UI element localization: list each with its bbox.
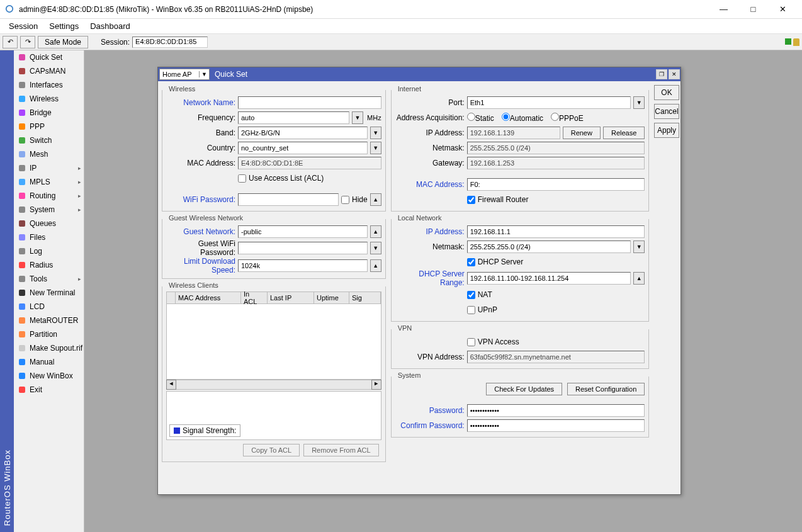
col-sig[interactable]: Sig <box>349 292 381 303</box>
upnp-checkbox[interactable]: UPnP <box>467 305 497 314</box>
sidebar-item-ip[interactable]: IP▸ <box>14 161 84 175</box>
sidebar-item-switch[interactable]: Switch <box>14 133 84 147</box>
menu-session[interactable]: Session <box>9 21 38 31</box>
country-input[interactable] <box>238 142 368 154</box>
sidebar-item-interfaces[interactable]: Interfaces <box>14 78 84 92</box>
restore-icon[interactable]: ❐ <box>656 69 667 79</box>
scroll-left-icon[interactable]: ◄ <box>166 380 176 390</box>
col-acl[interactable]: In ACL <box>241 292 268 303</box>
sidebar-item-system[interactable]: System▸ <box>14 203 84 217</box>
sidebar-item-label: Wireless <box>30 94 59 103</box>
dhcp-checkbox[interactable]: DHCP Server <box>467 258 523 266</box>
sidebar-item-quick-set[interactable]: Quick Set <box>14 50 84 64</box>
sidebar-item-ppp[interactable]: PPP <box>14 120 84 133</box>
sidebar-item-tools[interactable]: Tools▸ <box>14 272 84 286</box>
sidebar-item-make-supout-rif[interactable]: Make Supout.rif <box>14 341 84 355</box>
dhcp-range-input[interactable] <box>467 272 631 285</box>
col-mac[interactable]: MAC Address <box>176 292 241 303</box>
clients-table-body[interactable] <box>166 304 381 380</box>
chevron-down-icon[interactable]: ▼ <box>199 71 209 77</box>
menu-dashboard[interactable]: Dashboard <box>90 21 130 31</box>
col-uptime[interactable]: Uptime <box>314 292 349 303</box>
sidebar-item-radius[interactable]: Radius <box>14 258 84 272</box>
chevron-down-icon[interactable]: ▼ <box>370 127 381 139</box>
copy-to-acl-button[interactable]: Copy To ACL <box>243 444 300 456</box>
svg-rect-7 <box>19 137 25 144</box>
mode-dropdown[interactable]: Home AP ▼ <box>159 69 210 80</box>
sidebar-item-label: Partition <box>30 330 57 339</box>
sidebar-item-log[interactable]: Log <box>14 244 84 258</box>
safe-mode-button[interactable]: Safe Mode <box>38 36 88 48</box>
sidebar-item-routing[interactable]: Routing▸ <box>14 189 84 203</box>
submenu-arrow-icon: ▸ <box>78 207 81 213</box>
chevron-down-icon[interactable]: ▼ <box>633 96 645 109</box>
wifi-password-input[interactable] <box>238 193 339 206</box>
ok-button[interactable]: OK <box>654 85 679 100</box>
pppoe-radio[interactable]: PPPoE <box>551 113 584 123</box>
vpn-access-checkbox[interactable]: VPN Access <box>467 337 519 346</box>
sidebar-item-wireless[interactable]: Wireless <box>14 92 84 106</box>
maximize-button[interactable]: □ <box>739 1 767 18</box>
band-input[interactable] <box>238 127 368 139</box>
check-updates-button[interactable]: Check For Updates <box>486 383 562 395</box>
guest-password-input[interactable] <box>238 242 368 254</box>
chevron-up-icon[interactable]: ▲ <box>370 193 381 206</box>
sidebar-item-capsman[interactable]: CAPsMAN <box>14 64 84 78</box>
cancel-button[interactable]: Cancel <box>654 104 679 119</box>
svg-rect-22 <box>19 345 25 351</box>
close-button[interactable]: ✕ <box>769 1 797 18</box>
sidebar-item-new-winbox[interactable]: New WinBox <box>14 369 84 383</box>
sidebar-item-lcd[interactable]: LCD <box>14 300 84 314</box>
static-radio[interactable]: Static <box>467 113 494 123</box>
apply-button[interactable]: Apply <box>654 123 679 138</box>
guest-fieldset: Guest Wireless Network Guest Network: ▲ … <box>162 219 386 279</box>
sidebar-item-bridge[interactable]: Bridge <box>14 106 84 120</box>
password-input[interactable] <box>467 404 645 417</box>
sidebar-item-label: Bridge <box>30 108 52 117</box>
network-name-input[interactable] <box>238 96 381 109</box>
quick-set-titlebar[interactable]: Home AP ▼ Quick Set ❐ ✕ <box>158 67 681 81</box>
remove-from-acl-button[interactable]: Remove From ACL <box>303 444 379 456</box>
release-button[interactable]: Release <box>603 127 645 139</box>
chevron-up-icon[interactable]: ▲ <box>370 225 381 238</box>
chevron-down-icon[interactable]: ▼ <box>633 241 645 253</box>
scroll-track[interactable] <box>176 380 371 390</box>
chevron-up-icon[interactable]: ▲ <box>633 272 645 285</box>
inet-mac-input[interactable] <box>467 178 645 191</box>
sidebar-item-mpls[interactable]: MPLS▸ <box>14 175 84 189</box>
col-lastip[interactable]: Last IP <box>268 292 314 303</box>
renew-button[interactable]: Renew <box>563 127 601 139</box>
frequency-input[interactable] <box>238 111 349 124</box>
chevron-down-icon[interactable]: ▼ <box>352 111 363 124</box>
nat-checkbox[interactable]: NAT <box>467 290 492 299</box>
reset-config-button[interactable]: Reset Configuration <box>567 383 645 395</box>
sidebar-item-manual[interactable]: Manual <box>14 355 84 369</box>
sidebar-item-metarouter[interactable]: MetaROUTER <box>14 314 84 327</box>
undo-button[interactable]: ↶ <box>3 36 18 48</box>
scroll-right-icon[interactable]: ► <box>371 380 381 390</box>
confirm-password-input[interactable] <box>467 419 645 432</box>
close-icon[interactable]: ✕ <box>669 69 680 79</box>
local-mask-input[interactable] <box>467 241 631 253</box>
local-ip-input[interactable] <box>467 225 645 238</box>
svg-rect-13 <box>19 220 25 227</box>
sidebar-item-exit[interactable]: Exit <box>14 383 84 397</box>
port-input[interactable] <box>467 96 631 109</box>
hide-checkbox[interactable]: Hide <box>341 195 368 204</box>
redo-button[interactable]: ↷ <box>20 36 35 48</box>
guest-network-input[interactable] <box>238 225 368 238</box>
acl-checkbox[interactable]: Use Access List (ACL) <box>238 174 324 183</box>
sidebar-item-new-terminal[interactable]: New Terminal <box>14 286 84 300</box>
chevron-down-icon[interactable]: ▼ <box>370 242 381 254</box>
menu-settings[interactable]: Settings <box>49 21 79 31</box>
sidebar-item-mesh[interactable]: Mesh <box>14 147 84 161</box>
firewall-checkbox[interactable]: Firewall Router <box>467 195 529 204</box>
sidebar-item-queues[interactable]: Queues <box>14 217 84 230</box>
sidebar-item-files[interactable]: Files <box>14 230 84 244</box>
limit-input[interactable] <box>238 259 368 272</box>
automatic-radio[interactable]: Automatic <box>502 113 543 123</box>
chevron-up-icon[interactable]: ▲ <box>370 259 381 272</box>
minimize-button[interactable]: — <box>709 1 738 18</box>
sidebar-item-partition[interactable]: Partition <box>14 327 84 341</box>
chevron-down-icon[interactable]: ▼ <box>370 142 381 154</box>
